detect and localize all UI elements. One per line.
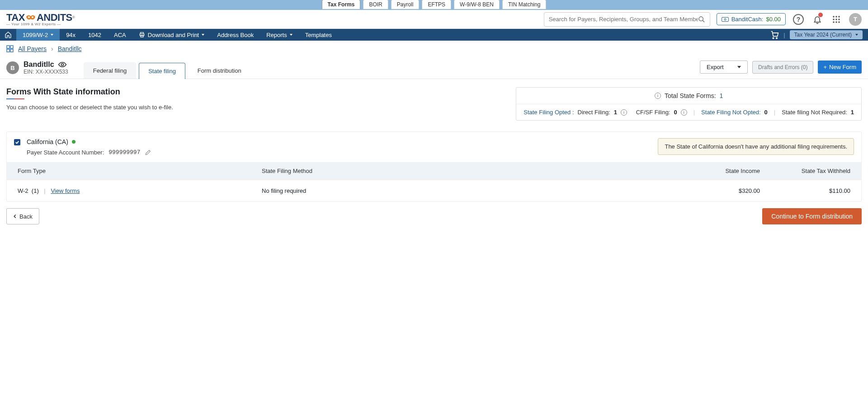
svg-point-11 <box>838 19 840 20</box>
svg-line-3 <box>703 20 704 22</box>
col-state-withheld: State Tax Withheld <box>760 168 850 174</box>
back-label: Back <box>19 213 33 220</box>
nav-download-print[interactable]: Download and Print <box>132 29 211 41</box>
tab-eftps[interactable]: EFTPS <box>422 0 451 9</box>
acct-number-label: Payer State Account Number: <box>27 149 104 156</box>
nav-1042[interactable]: 1042 <box>82 29 108 41</box>
banditcash-button[interactable]: BanditCash: $0.00 <box>717 13 786 25</box>
tab-tax-forms[interactable]: Tax Forms <box>322 0 361 9</box>
breadcrumb-payer[interactable]: Banditllc <box>58 45 82 52</box>
state-checkbox[interactable] <box>14 139 20 145</box>
tab-state-filing[interactable]: State filing <box>139 63 185 79</box>
svg-point-8 <box>838 16 840 18</box>
svg-point-0 <box>28 16 30 18</box>
new-form-button[interactable]: + New Form <box>818 61 862 74</box>
table-row: W-2 (1) | View forms No filing required … <box>7 180 861 201</box>
col-filing-method: State Filing Method <box>262 168 679 174</box>
chevron-down-icon <box>51 34 53 36</box>
nav-label: Reports <box>266 32 287 38</box>
logo-tagline: — Your 1099 & W2 Experts — <box>6 23 75 26</box>
chevron-down-icon <box>737 66 741 68</box>
tab-form-distribution[interactable]: Form distribution <box>188 62 251 79</box>
tab-federal-filing[interactable]: Federal filing <box>84 62 136 79</box>
nav-separator: | <box>783 32 785 38</box>
search-box[interactable] <box>544 12 710 27</box>
info-icon[interactable]: i <box>655 93 661 99</box>
nav-templates[interactable]: Templates <box>299 29 338 41</box>
payer-header: B Banditllc EIN: XX-XXXX533 Federal fili… <box>0 57 868 79</box>
breadcrumb-separator: › <box>51 45 53 52</box>
drafts-errors-button[interactable]: Drafts and Errors (0) <box>752 61 813 74</box>
cfsf-filing-count: 0 <box>674 109 677 116</box>
separator: | <box>44 187 45 194</box>
status-dot-icon <box>72 140 75 144</box>
svg-point-2 <box>699 17 703 21</box>
state-note: The State of California doesn't have any… <box>658 138 854 155</box>
export-dropdown[interactable]: Export <box>700 61 748 74</box>
notifications-button[interactable] <box>811 13 824 26</box>
chevron-down-icon <box>855 34 858 36</box>
search-icon[interactable] <box>698 16 705 23</box>
breadcrumb-all-payers[interactable]: All Payers <box>18 45 47 52</box>
continue-button[interactable]: Continue to Form distribution <box>762 208 862 224</box>
tab-w9-w8ben[interactable]: W-9/W-8 BEN <box>454 0 500 9</box>
nav-label: 1099/W-2 <box>23 32 48 38</box>
row-withheld: $110.00 <box>760 187 850 194</box>
page-title: Forms With State information <box>6 87 173 97</box>
acct-number-value: 999999997 <box>108 149 140 156</box>
svg-rect-21 <box>10 46 13 48</box>
svg-point-24 <box>61 64 63 66</box>
eye-icon[interactable] <box>58 61 67 68</box>
logo[interactable]: TAX ANDITS ® — Your 1099 & W2 Experts — <box>6 13 75 26</box>
back-button[interactable]: Back <box>6 208 39 224</box>
main-nav: 1099/W-2 94x 1042 ACA Download and Print… <box>0 29 868 41</box>
svg-point-9 <box>833 19 835 20</box>
not-opted-label: State Filing Not Opted: <box>701 109 761 116</box>
svg-point-5 <box>724 19 726 20</box>
export-label: Export <box>707 64 724 70</box>
info-icon[interactable]: i <box>621 109 627 116</box>
info-icon[interactable]: i <box>681 109 687 116</box>
nav-94x[interactable]: 94x <box>60 29 82 41</box>
svg-point-19 <box>776 37 778 39</box>
cart-button[interactable] <box>770 30 779 39</box>
nav-home[interactable] <box>0 29 16 41</box>
not-required-label: State filing Not Required: <box>782 109 847 116</box>
edit-icon[interactable] <box>145 149 151 156</box>
view-forms-link[interactable]: View forms <box>51 187 80 194</box>
logo-mask-icon <box>25 14 36 21</box>
nav-aca[interactable]: ACA <box>108 29 132 41</box>
tax-year-dropdown[interactable]: Tax Year 2024 (Current) <box>790 30 863 39</box>
tax-year-label: Tax Year 2024 (Current) <box>794 32 852 38</box>
title-underline <box>6 98 24 99</box>
help-icon: ? <box>793 14 804 25</box>
svg-rect-20 <box>7 46 9 48</box>
money-icon <box>722 17 729 22</box>
svg-point-10 <box>835 19 837 20</box>
top-service-tabs: Tax Forms BOIR Payroll EFTPS W-9/W-8 BEN… <box>0 0 868 10</box>
tab-payroll[interactable]: Payroll <box>391 0 420 9</box>
user-avatar[interactable]: T <box>849 13 862 26</box>
tab-boir[interactable]: BOIR <box>363 0 388 9</box>
state-name: California (CA) <box>27 138 68 145</box>
nav-reports[interactable]: Reports <box>260 29 299 41</box>
tab-tin-matching[interactable]: TIN Matching <box>502 0 546 9</box>
total-state-forms-count: 1 <box>720 92 723 99</box>
nav-address-book[interactable]: Address Book <box>211 29 260 41</box>
apps-button[interactable] <box>830 13 843 26</box>
not-required-count: 1 <box>851 109 854 116</box>
cfsf-filing-label: CF/SF Filing: <box>636 109 670 116</box>
breadcrumb: All Payers › Banditllc <box>0 41 868 57</box>
apps-grid-icon <box>832 15 840 23</box>
dashboard-icon[interactable] <box>6 45 14 52</box>
search-input[interactable] <box>549 16 698 23</box>
help-button[interactable]: ? <box>792 13 805 26</box>
svg-point-18 <box>773 37 774 39</box>
separator: | <box>774 109 775 116</box>
svg-point-14 <box>838 21 840 23</box>
payer-name: Banditllc <box>24 61 54 69</box>
payer-avatar: B <box>6 61 19 74</box>
nav-1099-w2[interactable]: 1099/W-2 <box>16 29 60 41</box>
nav-label: Download and Print <box>148 32 199 38</box>
filing-opted-label: State Filing Opted : <box>524 109 574 116</box>
